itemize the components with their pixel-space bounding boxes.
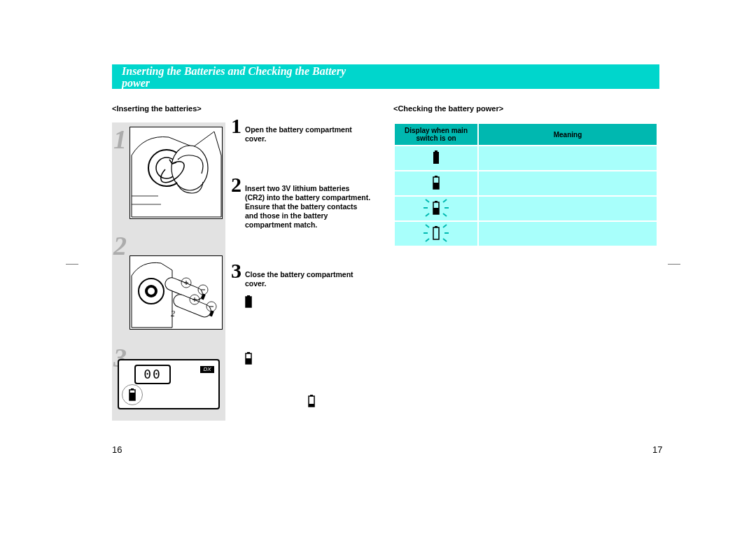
svg-rect-22	[246, 358, 251, 364]
table-header-meaning: Meaning	[478, 123, 657, 146]
svg-rect-33	[433, 208, 439, 214]
step-1: 1 Open the battery compartment cover.	[231, 125, 371, 143]
subheading-inserting: <Inserting the batteries>	[112, 104, 202, 113]
dx-badge: DX	[200, 366, 214, 373]
meaning-cell	[478, 171, 657, 196]
svg-point-5	[148, 288, 155, 295]
lcd-frame-counter: 00	[134, 365, 171, 384]
table-row	[394, 221, 657, 246]
battery-half-blink-icon	[394, 196, 478, 221]
header-line2: power	[122, 77, 659, 89]
svg-line-46	[426, 239, 429, 241]
crop-mark-right	[668, 264, 680, 265]
svg-text:2: 2	[171, 309, 175, 318]
page-number-left: 16	[112, 444, 122, 455]
svg-rect-19	[246, 297, 251, 307]
svg-line-37	[443, 199, 447, 202]
step-1-text: Open the battery compartment cover.	[245, 125, 371, 143]
svg-rect-41	[433, 227, 439, 239]
illustration-column: 1 2 3 2	[112, 122, 225, 421]
step-3-text: Close the battery compartment cover.	[245, 270, 371, 288]
svg-line-45	[443, 225, 447, 227]
lcd-battery-indicator-circle	[122, 384, 143, 405]
battery-full-icon	[245, 295, 371, 310]
battery-full-icon	[394, 146, 478, 171]
svg-line-38	[426, 213, 429, 216]
meaning-cell	[478, 196, 657, 221]
battery-low-icon	[308, 395, 371, 409]
step-3: 3 Close the battery compartment cover.	[231, 270, 371, 288]
table-header-display: Display when main switch is on	[394, 123, 478, 146]
table-row	[394, 196, 657, 221]
illustration-insert-batteries: 2	[130, 255, 223, 330]
step-2-number: 2	[231, 180, 241, 189]
svg-rect-26	[435, 150, 438, 152]
step-2-text: Insert two 3V lithium batteries (CR2) in…	[245, 184, 371, 230]
svg-rect-30	[433, 183, 439, 189]
battery-half-icon	[394, 171, 478, 196]
header-line1: Inserting the Batteries and Checking the…	[122, 65, 659, 77]
table-row	[394, 171, 657, 196]
battery-empty-blink-icon	[394, 221, 478, 246]
section-header-bar: Inserting the Batteries and Checking the…	[112, 64, 659, 89]
battery-half-icon	[245, 352, 371, 367]
svg-rect-17	[130, 393, 135, 400]
step-1-number: 1	[231, 121, 241, 130]
svg-line-44	[426, 225, 429, 227]
page-number-right: 17	[652, 444, 662, 455]
svg-rect-25	[309, 404, 314, 407]
meaning-cell	[478, 221, 657, 246]
battery-meaning-table: Display when main switch is on Meaning	[393, 122, 658, 247]
meaning-cell	[478, 146, 657, 171]
big-step-number-2: 2	[113, 230, 130, 261]
step-3-number: 3	[231, 266, 241, 275]
subheading-checking: <Checking the battery power>	[393, 104, 503, 113]
svg-line-47	[443, 239, 447, 241]
svg-rect-27	[433, 152, 439, 164]
illustration-open-cover	[130, 127, 223, 219]
crop-mark-left	[66, 264, 78, 265]
steps-text-column: 1 Open the battery compartment cover. 2 …	[231, 125, 371, 451]
lcd-panel-illustration: 00 DX	[118, 359, 220, 409]
step-2: 2 Insert two 3V lithium batteries (CR2) …	[231, 184, 371, 230]
svg-line-39	[443, 213, 447, 216]
big-step-number-1: 1	[113, 124, 130, 155]
svg-line-36	[426, 199, 429, 202]
table-row	[394, 146, 657, 171]
